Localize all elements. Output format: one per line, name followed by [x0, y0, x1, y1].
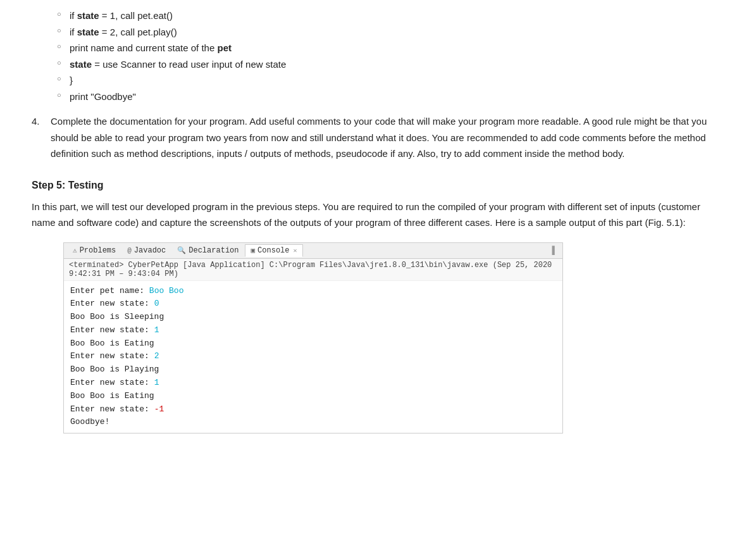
console-icon: ▣	[251, 246, 255, 254]
console-line-8: Enter new state: 1	[70, 377, 556, 390]
console-divider: ▐	[550, 246, 559, 256]
console-input-5: 1	[154, 378, 159, 387]
console-output: Enter pet name: Boo Boo Enter new state:…	[64, 281, 562, 433]
bullet-item: print "Goodbye"	[57, 89, 724, 105]
console-input-1: Boo Boo	[149, 286, 184, 296]
console-line-2: Enter new state: 0	[70, 297, 556, 311]
console-line-10: Enter new state: -1	[70, 403, 556, 416]
bullet-item: state = use Scanner to read user input o…	[57, 56, 724, 73]
console-line-9: Boo Boo is Eating	[70, 390, 556, 403]
bullet-item: print name and current state of the pet	[57, 40, 724, 56]
top-bullets: if state = 1, call pet.eat() if state = …	[32, 8, 724, 104]
bullet-item: }	[57, 72, 724, 89]
tab-problems[interactable]: ⚠ Problems	[68, 245, 121, 256]
tab-javadoc-label: Javadoc	[134, 246, 166, 255]
step4-text: Complete the documentation for your prog…	[51, 113, 724, 162]
console-tabs-bar: ⚠ Problems @ Javadoc 🔍 Declaration ▣ Con…	[64, 243, 562, 259]
console-window: ⚠ Problems @ Javadoc 🔍 Declaration ▣ Con…	[63, 242, 563, 434]
tab-declaration-label: Declaration	[189, 246, 239, 255]
problems-icon: ⚠	[73, 246, 77, 254]
console-line-4: Enter new state: 1	[70, 324, 556, 337]
console-input-2: 0	[154, 299, 159, 308]
bullet-item: if state = 2, call pet.play()	[57, 24, 724, 41]
console-line-3: Boo Boo is Sleeping	[70, 311, 556, 324]
console-line-7: Boo Boo is Playing	[70, 363, 556, 377]
step4-item: 4. Complete the documentation for your p…	[32, 113, 724, 162]
tab-console[interactable]: ▣ Console ✕	[245, 244, 302, 257]
tab-problems-label: Problems	[80, 246, 116, 255]
console-line-11: Goodbye!	[70, 416, 556, 429]
javadoc-icon: @	[127, 247, 132, 254]
step5-paragraph: In this part, we will test our developed…	[32, 199, 724, 231]
console-line-1: Enter pet name: Boo Boo	[70, 285, 556, 298]
step4-number: 4.	[32, 113, 51, 130]
console-close-icon: ✕	[294, 247, 297, 254]
console-terminated-line: <terminated> CyberPetApp [Java Applicati…	[64, 259, 562, 281]
console-input-6: -1	[154, 404, 164, 414]
console-line-6: Enter new state: 2	[70, 350, 556, 363]
tab-declaration[interactable]: 🔍 Declaration	[172, 245, 244, 256]
step5-title: Step 5: Testing	[32, 180, 724, 191]
console-line-5: Boo Boo is Eating	[70, 337, 556, 351]
console-input-4: 2	[154, 351, 159, 361]
bullet-item: if state = 1, call pet.eat()	[57, 8, 724, 24]
page-container: if state = 1, call pet.eat() if state = …	[0, 0, 756, 464]
tab-javadoc[interactable]: @ Javadoc	[122, 245, 171, 256]
tab-console-label: Console	[257, 246, 289, 255]
console-input-3: 1	[154, 325, 159, 335]
declaration-icon: 🔍	[177, 246, 186, 254]
